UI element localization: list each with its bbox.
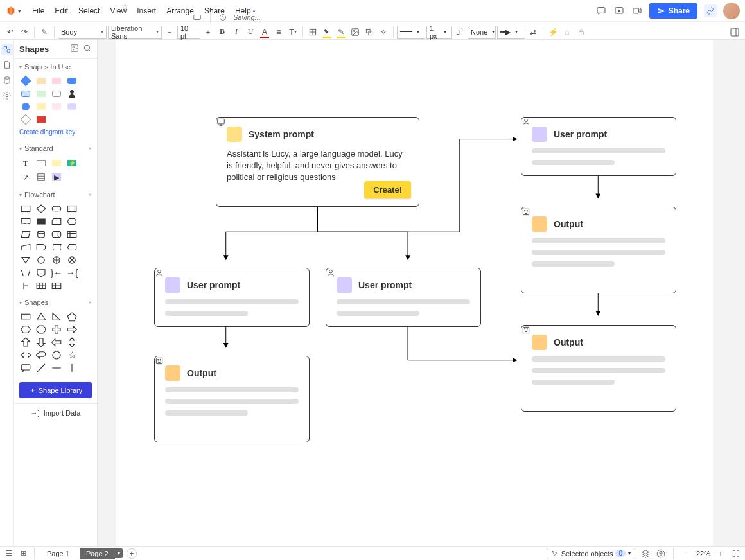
sidebar-image-icon[interactable] [70,44,79,55]
sm-hexagon[interactable] [19,324,32,335]
fc-direct[interactable] [50,229,63,240]
std-note[interactable] [50,157,63,169]
underline-button[interactable]: U [244,26,257,39]
shape-rect-pink[interactable] [50,76,63,86]
sm-arrow-ud[interactable] [66,337,78,347]
app-menu-chevron-icon[interactable]: ▾ [18,8,21,14]
sm-hline[interactable] [50,363,63,373]
sm-arrow-l[interactable] [50,337,63,347]
fc-display[interactable] [66,242,78,252]
format-painter-button[interactable]: ✎ [38,26,51,39]
format-panel-toggle[interactable] [728,26,741,39]
section-shapes-more[interactable]: Shapes× [14,295,97,310]
shape-rect-red[interactable] [35,114,48,125]
fill-color-button[interactable] [320,26,333,39]
shape-circle-blue[interactable] [19,101,32,112]
std-arrow[interactable]: ↗ [19,171,32,183]
arrow-end-select[interactable]: ━▶▾ [497,26,525,39]
fc-table[interactable] [35,281,48,291]
sm-arrow-d[interactable] [35,337,48,347]
shape-rect-orange[interactable] [35,76,48,86]
fc-terminator[interactable] [50,204,63,214]
sm-triangle[interactable] [35,311,48,322]
zoom-out-button[interactable]: − [681,548,691,559]
magic-button[interactable]: ✧ [377,26,390,39]
card-system-prompt[interactable]: System prompt Assistant is Lucy, a large… [216,117,419,207]
std-list[interactable] [35,171,48,183]
shape-diamond-blue[interactable] [19,76,32,86]
sm-star[interactable]: ☆ [66,350,78,360]
bold-button[interactable]: B [216,26,229,39]
flash-button[interactable]: ⚡ [547,26,559,39]
fc-offpage[interactable] [35,268,48,278]
sm-rtriangle[interactable] [50,311,63,322]
card-output-right-2[interactable]: Output [521,325,676,412]
star-icon[interactable]: ☆ [121,1,129,12]
shape-library-button[interactable]: ＋Shape Library [19,382,92,398]
shape-rr-gray[interactable] [50,89,63,99]
font-size-input[interactable]: 10 pt [177,26,200,39]
fc-process-b[interactable] [35,216,48,227]
selected-objects-button[interactable]: Selected objects 0 ▾ [547,548,635,559]
fc-sum[interactable] [66,255,78,265]
app-logo[interactable] [5,5,17,17]
sm-vline[interactable] [66,363,78,373]
shape-rect-lpink[interactable] [50,101,63,112]
shape-rr-blue[interactable] [66,76,78,86]
section-standard[interactable]: Standard× [14,141,97,156]
card-user-prompt-left[interactable]: User prompt [154,268,310,327]
card-user-prompt-right[interactable]: User prompt [521,117,676,176]
sm-arrow-lr[interactable] [19,350,32,360]
shape-rr-lpurple[interactable] [66,101,78,112]
cloud-button[interactable]: ⌂ [561,26,574,39]
shape-diamond-outline[interactable] [19,114,32,125]
fc-document[interactable] [19,216,32,227]
section-shapes-in-use[interactable]: Shapes In Use [14,59,97,74]
sm-slash[interactable] [35,363,48,373]
line-type-button[interactable] [453,26,466,39]
video-icon[interactable] [631,5,643,17]
close-shapes-icon[interactable]: × [88,299,92,306]
menu-edit[interactable]: Edit [50,4,73,18]
font-size-increase[interactable]: + [202,26,215,39]
card-output-right-1[interactable]: Output [521,207,676,293]
sm-circle[interactable] [50,350,63,360]
redo-button[interactable]: ↷ [18,26,31,39]
align-button[interactable]: ≡ [272,26,285,39]
share-button[interactable]: Share [649,3,697,19]
close-standard-icon[interactable]: × [88,145,92,152]
shape-rect-green[interactable] [35,89,48,99]
fc-internal[interactable] [66,229,78,240]
close-flowchart-icon[interactable]: × [88,191,92,198]
rail-shapes[interactable] [1,44,13,55]
fc-table2[interactable] [50,281,63,291]
undo-button[interactable]: ↶ [4,26,17,39]
sm-arrow-back[interactable] [35,350,48,360]
menu-file[interactable]: File [28,4,49,18]
menu-insert[interactable]: Insert [132,4,161,18]
sm-rect[interactable] [19,311,32,322]
rail-page[interactable] [1,59,13,71]
std-rect[interactable] [35,157,48,169]
accessibility-icon[interactable] [656,548,666,559]
zoom-in-button[interactable]: + [715,548,726,559]
create-button[interactable]: Create! [364,181,411,198]
fullscreen-button[interactable] [731,548,741,559]
section-flowchart[interactable]: Flowchart× [14,187,97,202]
grid-view-icon[interactable]: ⊞ [18,548,28,559]
saving-status[interactable]: Saving... [233,13,261,21]
line-width-select[interactable]: 1 px▾ [426,26,452,39]
present-icon[interactable] [613,5,625,17]
layers-icon[interactable] [640,548,651,559]
fc-manual-op[interactable] [19,268,32,278]
image-button[interactable] [349,26,362,39]
fc-card[interactable] [50,216,63,227]
fc-predefined[interactable] [66,204,78,214]
sm-cross[interactable] [50,324,63,335]
fc-brace-l[interactable]: →{ [66,268,78,278]
sidebar-search-icon[interactable] [83,44,92,55]
style-select[interactable]: Body [58,26,107,39]
sm-arrow-u[interactable] [19,337,32,347]
lock-button[interactable] [575,26,588,39]
std-flash[interactable]: ⚡ [66,157,78,169]
